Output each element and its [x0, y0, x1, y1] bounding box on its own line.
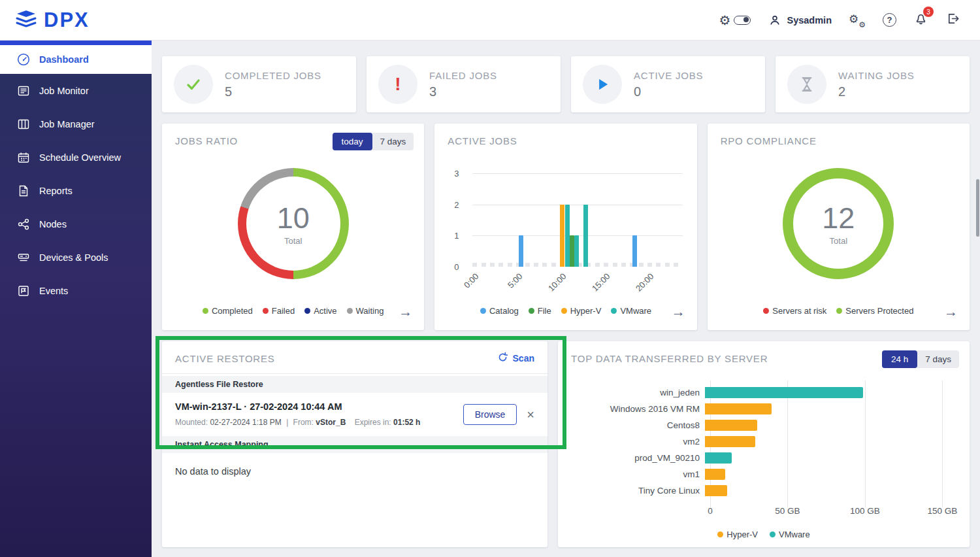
- legend-dot: [529, 308, 534, 314]
- arrow-right-icon[interactable]: →: [399, 305, 412, 318]
- legend-item-file[interactable]: File: [529, 306, 551, 316]
- arrow-right-icon[interactable]: →: [672, 305, 685, 318]
- data-bar: [705, 485, 727, 496]
- server-label: vm2: [571, 437, 705, 447]
- user-name: Sysadmin: [787, 15, 832, 25]
- legend-dot: [836, 308, 842, 314]
- rpo-donut-wrap: 12 Total: [708, 168, 970, 279]
- axis-stub: [551, 263, 556, 267]
- browse-button[interactable]: Browse: [463, 404, 517, 425]
- refresh-icon: [497, 352, 508, 365]
- topbar-actions: ⚙ Sysadmin ⚙ ⚙ ? 3: [719, 11, 980, 29]
- settings-toggle[interactable]: ⚙: [719, 14, 751, 27]
- legend-item-hyperv[interactable]: Hyper-V: [561, 306, 602, 316]
- server-row: vm1: [571, 466, 958, 482]
- help-button[interactable]: ?: [883, 13, 896, 27]
- chart-bar: [574, 235, 579, 267]
- legend-item-catalog[interactable]: Catalog: [480, 306, 519, 316]
- toggle-7days[interactable]: 7 days: [372, 133, 414, 150]
- legend-item-failed[interactable]: Failed: [263, 306, 295, 316]
- legend-item-servers-protected[interactable]: Servers Protected: [836, 306, 913, 316]
- job-monitor-icon: [17, 84, 30, 97]
- legend-item-hyperv[interactable]: Hyper-V: [717, 530, 758, 539]
- top-data-legend: Hyper-V VMware: [558, 530, 970, 539]
- legend-item-completed[interactable]: Completed: [203, 306, 253, 316]
- server-label: Windows 2016 VM RM: [571, 404, 705, 414]
- toggle-7days[interactable]: 7 days: [917, 350, 959, 368]
- events-icon: [17, 284, 30, 297]
- axis-stub: [604, 263, 608, 267]
- axis-stub: [508, 263, 512, 267]
- legend-dot: [717, 532, 723, 537]
- notifications-button[interactable]: 3: [913, 11, 928, 29]
- devices-icon: [17, 251, 30, 264]
- stats-row: COMPLETED JOBS 5 ! FAILED JOBS 3 ACTIVE …: [162, 56, 970, 112]
- scan-button[interactable]: Scan: [497, 352, 534, 365]
- axis-stub: [647, 263, 652, 267]
- section-agentless-file-restore: Agentless File Restore: [162, 376, 547, 393]
- completed-jobs-card: COMPLETED JOBS 5: [162, 56, 356, 112]
- sidebar-item-job-manager[interactable]: Job Manager: [0, 107, 152, 141]
- stat-texts: WAITING JOBS 2: [838, 70, 915, 99]
- toggle-today[interactable]: today: [333, 133, 372, 150]
- x-axis-label: 50 GB: [775, 506, 800, 516]
- legend-dot: [304, 308, 310, 314]
- legend-item-vmware[interactable]: VMware: [611, 306, 651, 316]
- legend-label: VMware: [620, 306, 651, 316]
- active-jobs-plot: 01230:005:0010:0015:0020:00: [472, 173, 682, 267]
- chart-bar: [570, 235, 574, 267]
- close-icon[interactable]: ×: [527, 408, 534, 421]
- legend-item-active[interactable]: Active: [304, 306, 336, 316]
- donut-total-label: Total: [830, 236, 847, 246]
- sidebar-item-job-monitor[interactable]: Job Monitor: [0, 74, 152, 107]
- arrow-right-icon[interactable]: →: [944, 305, 958, 318]
- logo-text: DPX: [44, 8, 90, 32]
- sidebar-accent-strip: [0, 41, 152, 45]
- sidebar-item-label: Reports: [39, 186, 73, 196]
- data-bar: [705, 403, 772, 414]
- data-bar: [705, 452, 732, 464]
- chart-bar: [565, 205, 570, 267]
- dpx-logo[interactable]: DPX: [0, 8, 90, 32]
- y-axis-label: 3: [454, 169, 459, 178]
- scrollbar-thumb[interactable]: [976, 179, 979, 237]
- sidebar-item-reports[interactable]: Reports: [0, 174, 152, 207]
- sidebar-item-nodes[interactable]: Nodes: [0, 207, 152, 241]
- sidebar-item-dashboard[interactable]: Dashboard: [0, 45, 152, 74]
- legend-label: Hyper-V: [570, 306, 602, 316]
- empty-state-text: No data to display: [162, 453, 547, 490]
- legend-item-waiting[interactable]: Waiting: [347, 306, 384, 316]
- restore-row: VM-win-2137-L · 27-02-2024 10:44 AM Moun…: [162, 393, 547, 434]
- sidebar-item-schedule-overview[interactable]: Schedule Overview: [0, 141, 152, 174]
- chart-bar: [583, 205, 588, 267]
- sidebar-item-label: Devices & Pools: [39, 252, 108, 263]
- legend-item-servers-at-risk[interactable]: Servers at risk: [763, 306, 826, 316]
- expires-value: 01:52 h: [393, 418, 420, 427]
- toggle-track: [734, 16, 751, 25]
- restore-info: VM-win-2137-L · 27-02-2024 10:44 AM Moun…: [175, 401, 463, 427]
- user-menu[interactable]: Sysadmin: [768, 13, 832, 27]
- axis-stub: [674, 263, 678, 267]
- stat-label: COMPLETED JOBS: [225, 70, 321, 81]
- chart-bar: [632, 235, 637, 267]
- services-button[interactable]: ⚙ ⚙: [849, 12, 866, 28]
- scan-label: Scan: [513, 353, 534, 363]
- scrollbar: [976, 41, 979, 557]
- sidebar-item-events[interactable]: Events: [0, 274, 152, 307]
- sidebar-item-devices-pools[interactable]: Devices & Pools: [0, 241, 152, 274]
- mounted-value: 02-27-2024 1:18 PM: [210, 418, 281, 427]
- waiting-jobs-card: WAITING JOBS 2: [776, 56, 970, 112]
- logout-button[interactable]: [945, 11, 960, 29]
- card-title: ACTIVE RESTORES: [175, 353, 275, 364]
- toggle-24h[interactable]: 24 h: [882, 350, 917, 368]
- axis-stub: [472, 263, 477, 267]
- check-circle-icon: [174, 65, 213, 104]
- server-label: Tiny Core Linux: [571, 486, 705, 496]
- axis-stub: [639, 263, 644, 267]
- server-label: win_jeden: [571, 388, 705, 397]
- axis-stub: [482, 263, 486, 267]
- help-icon: ?: [883, 13, 896, 27]
- legend-item-vmware[interactable]: VMware: [770, 530, 810, 539]
- from-value: vStor_B: [316, 418, 346, 427]
- stat-label: WAITING JOBS: [838, 70, 915, 81]
